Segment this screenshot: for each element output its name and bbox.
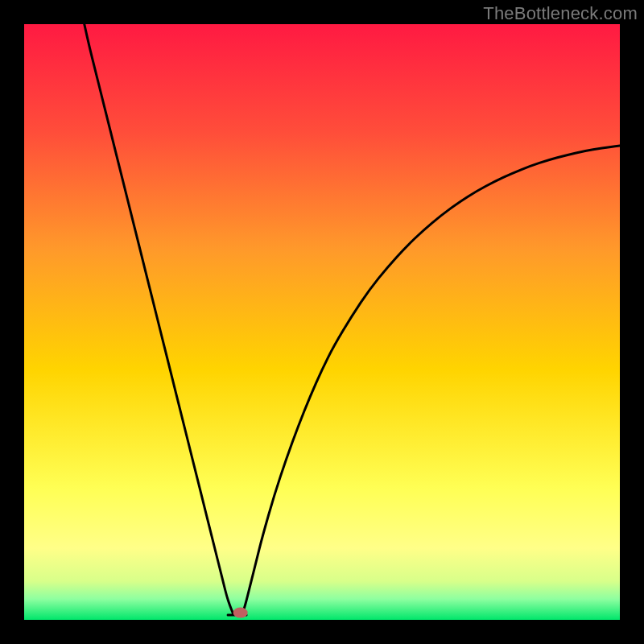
chart-frame: TheBottleneck.com bbox=[0, 0, 644, 644]
gradient-background bbox=[24, 24, 620, 620]
chart-svg bbox=[24, 24, 620, 620]
plot-area bbox=[24, 24, 620, 620]
watermark-text: TheBottleneck.com bbox=[483, 3, 638, 24]
optimal-point-marker bbox=[233, 608, 248, 618]
